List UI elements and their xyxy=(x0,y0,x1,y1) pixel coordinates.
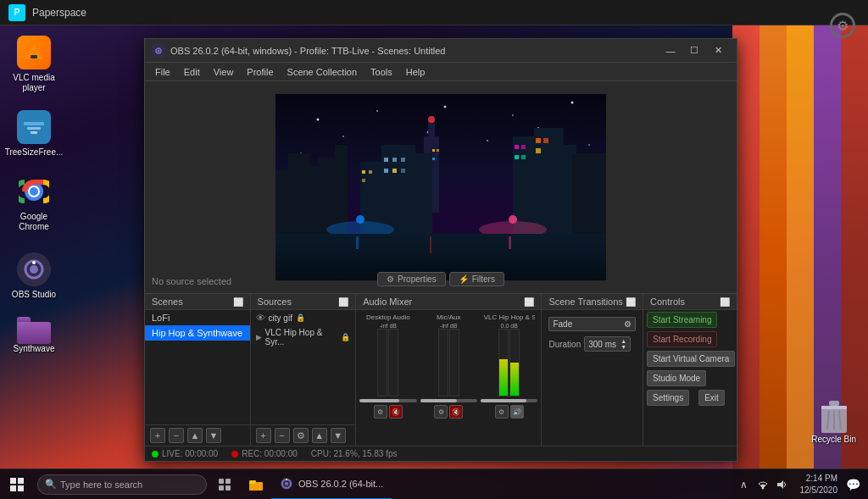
sources-remove-button[interactable]: − xyxy=(275,428,290,443)
svg-rect-47 xyxy=(411,153,432,238)
desktop-icon-chrome[interactable]: GoogleChrome xyxy=(4,168,64,239)
sources-down-button[interactable]: ▼ xyxy=(331,428,346,443)
chrome-icon-label: GoogleChrome xyxy=(19,212,49,232)
close-button[interactable]: ✕ xyxy=(706,42,730,59)
taskbar-obs-app[interactable]: OBS 26.0.2 (64-bit... xyxy=(271,469,392,500)
live-status: LIVE: 00:00:00 xyxy=(152,449,218,458)
vlc-hiphop-gear[interactable]: ⚙ xyxy=(495,405,509,419)
desktop-audio-meter xyxy=(377,329,398,396)
desktop-settings-icon[interactable]: ⚙ xyxy=(830,13,855,38)
mic-aux-controls: ⚙ 🔇 xyxy=(434,405,463,419)
svg-rect-43 xyxy=(437,149,439,152)
svg-rect-75 xyxy=(430,236,431,253)
obs-title-bar: OBS 26.0.2 (64-bit, windows) - Profile: … xyxy=(145,39,737,63)
menu-help[interactable]: Help xyxy=(399,65,432,79)
tray-network-icon[interactable] xyxy=(754,476,771,493)
svg-rect-44 xyxy=(432,158,435,160)
svg-rect-56 xyxy=(401,169,405,173)
source-vlc-lock-icon: 🔒 xyxy=(341,333,350,341)
recycle-bin[interactable]: Recycle Bin xyxy=(808,394,860,448)
svg-rect-60 xyxy=(572,153,606,238)
obs-window-icon xyxy=(152,44,165,58)
obs-status-bar: LIVE: 00:00:00 REC: 00:00:00 CPU: 21.6%,… xyxy=(145,446,737,461)
sources-list: 👁 city gif 🔒 ▶ VLC Hip Hop & Syr... 🔒 xyxy=(251,310,356,424)
mic-aux-gear[interactable]: ⚙ xyxy=(434,405,448,419)
menu-file[interactable]: File xyxy=(148,65,177,79)
source-item-city-gif[interactable]: 👁 city gif 🔒 xyxy=(251,310,356,325)
menu-tools[interactable]: Tools xyxy=(364,65,399,79)
svg-point-27 xyxy=(342,136,344,137)
start-streaming-button[interactable]: Start Streaming xyxy=(647,312,717,328)
svg-point-33 xyxy=(588,144,590,146)
vlc-icon-image xyxy=(17,36,51,69)
taskbar-search[interactable]: 🔍 Type here to search xyxy=(37,474,207,495)
vlc-hiphop-speaker[interactable]: 🔊 xyxy=(510,405,524,419)
scenes-down-button[interactable]: ▼ xyxy=(206,428,221,443)
sources-add-button[interactable]: + xyxy=(256,428,271,443)
desktop-icon-synthwave[interactable]: Synthwave xyxy=(4,310,64,361)
svg-rect-61 xyxy=(515,145,519,149)
desktop-icons-container: VLC media player TreeSizeFree... xyxy=(0,25,68,499)
scenes-up-button[interactable]: ▲ xyxy=(187,428,203,443)
tray-volume-icon[interactable] xyxy=(773,476,790,493)
notification-icon[interactable]: 💬 xyxy=(844,476,861,493)
svg-point-23 xyxy=(376,110,378,112)
source-vlc-label: VLC Hip Hop & Syr... xyxy=(265,328,338,347)
start-button[interactable] xyxy=(0,469,34,500)
settings-button[interactable]: Settings xyxy=(647,390,689,406)
menu-edit[interactable]: Edit xyxy=(177,65,207,79)
vlc-hiphop-db: 0.0 dB xyxy=(501,323,518,329)
desktop-audio-gear[interactable]: ⚙ xyxy=(374,405,387,419)
svg-point-71 xyxy=(509,215,517,224)
scenes-add-button[interactable]: + xyxy=(150,428,165,443)
cpu-status: CPU: 21.6%, 15.83 fps xyxy=(311,449,398,458)
mic-aux-mute[interactable]: 🔇 xyxy=(449,405,463,419)
desktop-icon-vlc[interactable]: VLC media player xyxy=(4,29,64,100)
obs-preview-area: No source selected ⚙ Properties ⚡ Filter… xyxy=(145,81,737,293)
minimize-button[interactable]: — xyxy=(659,42,682,59)
start-recording-button[interactable]: Start Recording xyxy=(647,331,717,347)
svg-point-89 xyxy=(286,479,287,480)
menu-scene-collection[interactable]: Scene Collection xyxy=(281,65,364,79)
scenes-remove-button[interactable]: − xyxy=(169,428,184,443)
treesize-icon-label: TreeSizeFree... xyxy=(5,147,64,158)
desktop-icon-treesize[interactable]: TreeSizeFree... xyxy=(4,103,64,164)
maximize-button[interactable]: ☐ xyxy=(682,42,706,59)
svg-rect-66 xyxy=(543,138,548,143)
taskbar-obs-label: OBS 26.0.2 (64-bit... xyxy=(298,479,383,489)
taskbar-clock[interactable]: 2:14 PM 12/5/2020 xyxy=(797,473,842,496)
menu-profile[interactable]: Profile xyxy=(240,65,280,79)
desktop-icon-obs[interactable]: OBS Studio xyxy=(4,246,64,307)
menu-view[interactable]: View xyxy=(207,65,241,79)
taskbar-file-explorer[interactable] xyxy=(241,469,271,500)
source-item-vlc[interactable]: ▶ VLC Hip Hop & Syr... 🔒 xyxy=(251,325,356,349)
taskbar-task-view[interactable] xyxy=(210,469,241,500)
exit-button[interactable]: Exit xyxy=(698,390,725,406)
search-placeholder: Type here to search xyxy=(60,480,142,490)
obs-window-title: OBS 26.0.2 (64-bit, windows) - Profile: … xyxy=(170,46,659,56)
filters-button[interactable]: ⚡ Filters xyxy=(449,272,504,286)
duration-input[interactable]: 300 ms ▲ ▼ xyxy=(584,336,631,352)
tray-expand-icon[interactable]: ∧ xyxy=(736,476,753,493)
controls-panel: Controls ⬜ Start Streaming Start Recordi… xyxy=(643,294,737,446)
svg-point-7 xyxy=(30,187,38,196)
transition-type-select[interactable]: Fade ⚙ xyxy=(548,317,636,331)
svg-rect-13 xyxy=(821,406,847,409)
chrome-icon-image xyxy=(17,175,51,208)
svg-point-11 xyxy=(32,261,36,264)
svg-rect-82 xyxy=(219,485,224,491)
properties-button[interactable]: ⚙ Properties xyxy=(377,272,446,286)
controls-header-label: Controls xyxy=(650,297,685,307)
filter-icon: ⚡ xyxy=(459,274,469,284)
audio-mixer-icon: ⬜ xyxy=(524,297,534,307)
start-virtual-camera-button[interactable]: Start Virtual Camera xyxy=(647,351,735,367)
sources-panel-header: Sources ⬜ xyxy=(251,294,356,310)
scene-item-lofi[interactable]: LoFi xyxy=(145,310,250,325)
studio-mode-button[interactable]: Studio Mode xyxy=(647,370,706,386)
desktop-audio-mute[interactable]: 🔇 xyxy=(389,405,403,419)
sources-config-button[interactable]: ⚙ xyxy=(293,428,309,443)
sources-up-button[interactable]: ▲ xyxy=(312,428,327,443)
svg-point-32 xyxy=(487,140,488,141)
scene-item-hiphop[interactable]: Hip Hop & Synthwave xyxy=(145,325,250,341)
svg-rect-54 xyxy=(384,169,388,173)
